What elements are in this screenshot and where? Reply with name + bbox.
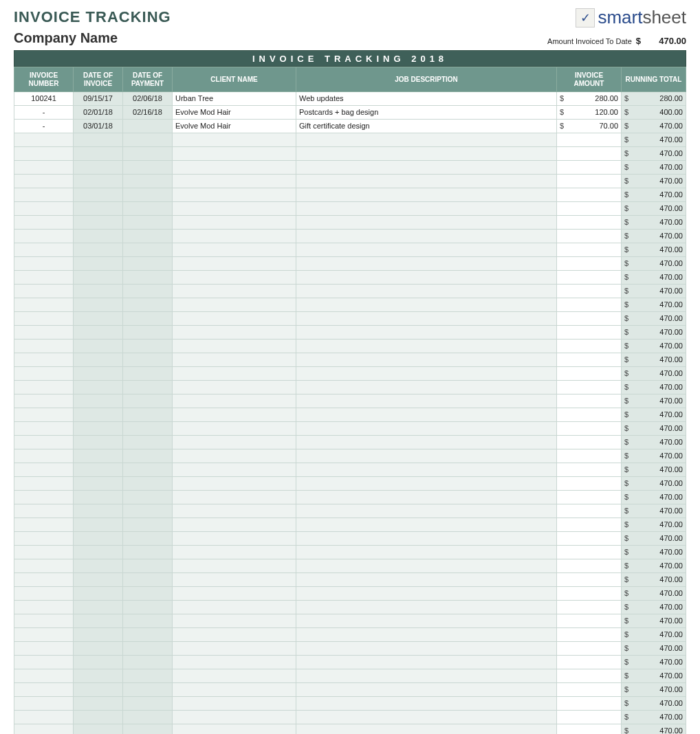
cell-invoice-amount[interactable]	[557, 188, 622, 202]
cell-job-description[interactable]	[296, 628, 557, 642]
cell-job-description[interactable]	[296, 642, 557, 656]
cell-date-invoice[interactable]	[74, 559, 123, 573]
cell-invoice-amount[interactable]	[557, 683, 622, 697]
cell-date-invoice[interactable]	[74, 449, 123, 463]
cell-date-invoice[interactable]	[74, 271, 123, 285]
cell-client-name[interactable]	[173, 656, 296, 669]
cell-invoice-amount[interactable]	[557, 285, 622, 298]
cell-invoice-amount[interactable]	[557, 422, 622, 436]
cell-invoice-amount[interactable]	[557, 175, 622, 188]
cell-job-description[interactable]	[296, 683, 557, 697]
cell-date-payment[interactable]	[123, 449, 173, 463]
cell-invoice-amount[interactable]	[557, 449, 622, 463]
cell-date-payment[interactable]	[123, 642, 173, 656]
cell-date-payment[interactable]: 02/16/18	[123, 106, 173, 120]
cell-date-payment[interactable]	[123, 669, 173, 683]
cell-job-description[interactable]	[296, 573, 557, 587]
cell-date-payment[interactable]	[123, 697, 173, 711]
cell-date-invoice[interactable]	[74, 724, 123, 735]
cell-invoice-amount[interactable]	[557, 408, 622, 422]
cell-job-description[interactable]	[296, 436, 557, 449]
cell-invoice-number[interactable]	[14, 257, 74, 271]
cell-invoice-number[interactable]	[14, 656, 74, 669]
cell-invoice-amount[interactable]	[557, 257, 622, 271]
cell-client-name[interactable]	[173, 298, 296, 312]
cell-invoice-amount[interactable]	[557, 504, 622, 518]
cell-invoice-amount[interactable]	[557, 271, 622, 285]
cell-date-invoice[interactable]: 09/15/17	[74, 92, 123, 106]
cell-invoice-number[interactable]	[14, 408, 74, 422]
cell-date-payment[interactable]	[123, 656, 173, 669]
cell-client-name[interactable]	[173, 546, 296, 559]
cell-date-payment[interactable]	[123, 312, 173, 326]
cell-invoice-number[interactable]	[14, 724, 74, 735]
cell-invoice-amount[interactable]	[557, 518, 622, 532]
cell-job-description[interactable]	[296, 367, 557, 381]
cell-job-description[interactable]	[296, 697, 557, 711]
cell-date-invoice[interactable]	[74, 394, 123, 408]
cell-invoice-number[interactable]	[14, 697, 74, 711]
cell-job-description[interactable]	[296, 340, 557, 353]
cell-date-invoice[interactable]	[74, 298, 123, 312]
cell-invoice-number[interactable]	[14, 504, 74, 518]
cell-date-payment[interactable]	[123, 711, 173, 724]
cell-date-invoice[interactable]	[74, 147, 123, 161]
cell-client-name[interactable]	[173, 669, 296, 683]
cell-invoice-amount[interactable]: $70.00	[557, 120, 622, 133]
cell-invoice-number[interactable]	[14, 394, 74, 408]
cell-date-payment[interactable]	[123, 491, 173, 504]
cell-client-name[interactable]	[173, 326, 296, 340]
cell-invoice-amount[interactable]	[557, 133, 622, 147]
cell-client-name[interactable]	[173, 683, 296, 697]
cell-date-invoice[interactable]	[74, 202, 123, 216]
cell-date-invoice[interactable]	[74, 532, 123, 546]
cell-invoice-number[interactable]	[14, 147, 74, 161]
cell-job-description[interactable]	[296, 133, 557, 147]
cell-invoice-number[interactable]	[14, 587, 74, 601]
cell-job-description[interactable]	[296, 724, 557, 735]
cell-job-description[interactable]	[296, 271, 557, 285]
cell-date-invoice[interactable]	[74, 628, 123, 642]
cell-job-description[interactable]	[296, 353, 557, 367]
cell-date-invoice[interactable]: 03/01/18	[74, 120, 123, 133]
cell-date-payment[interactable]	[123, 504, 173, 518]
cell-date-payment[interactable]	[123, 532, 173, 546]
cell-job-description[interactable]	[296, 312, 557, 326]
cell-job-description[interactable]: Gift certificate design	[296, 120, 557, 133]
cell-invoice-amount[interactable]	[557, 367, 622, 381]
cell-date-payment[interactable]	[123, 559, 173, 573]
cell-invoice-amount[interactable]	[557, 477, 622, 491]
cell-date-invoice[interactable]	[74, 463, 123, 477]
cell-invoice-amount[interactable]	[557, 147, 622, 161]
cell-date-invoice[interactable]	[74, 422, 123, 436]
cell-job-description[interactable]: Web updates	[296, 92, 557, 106]
cell-date-invoice[interactable]	[74, 367, 123, 381]
cell-job-description[interactable]	[296, 381, 557, 394]
cell-client-name[interactable]	[173, 381, 296, 394]
cell-date-payment[interactable]	[123, 298, 173, 312]
cell-invoice-amount[interactable]	[557, 216, 622, 230]
cell-client-name[interactable]	[173, 573, 296, 587]
cell-date-invoice[interactable]	[74, 436, 123, 449]
cell-invoice-number[interactable]	[14, 491, 74, 504]
cell-date-invoice[interactable]	[74, 518, 123, 532]
cell-client-name[interactable]	[173, 697, 296, 711]
cell-invoice-number[interactable]	[14, 436, 74, 449]
cell-date-payment[interactable]	[123, 463, 173, 477]
cell-invoice-number[interactable]: -	[14, 120, 74, 133]
cell-date-invoice[interactable]	[74, 573, 123, 587]
cell-invoice-number[interactable]	[14, 546, 74, 559]
cell-date-payment[interactable]	[123, 120, 173, 133]
cell-invoice-amount[interactable]	[557, 202, 622, 216]
cell-invoice-amount[interactable]	[557, 587, 622, 601]
cell-date-invoice[interactable]	[74, 285, 123, 298]
cell-job-description[interactable]	[296, 188, 557, 202]
cell-invoice-amount[interactable]	[557, 381, 622, 394]
cell-invoice-amount[interactable]	[557, 436, 622, 449]
cell-date-payment[interactable]	[123, 147, 173, 161]
cell-invoice-amount[interactable]	[557, 340, 622, 353]
cell-client-name[interactable]	[173, 133, 296, 147]
cell-date-payment[interactable]	[123, 724, 173, 735]
cell-client-name[interactable]	[173, 491, 296, 504]
cell-client-name[interactable]: Urban Tree	[173, 92, 296, 106]
